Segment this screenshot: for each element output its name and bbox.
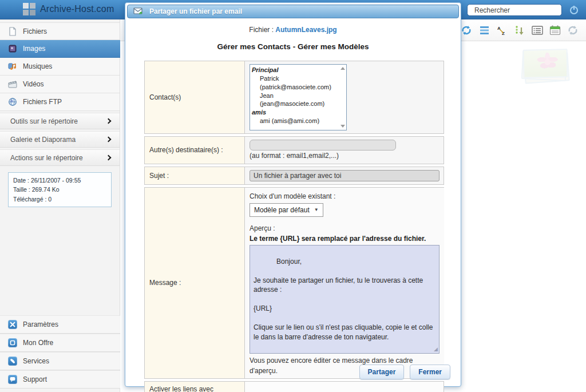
contacts-listbox[interactable]: Principal Patrick (patrick@masociete.com… (250, 64, 347, 130)
expander-actions-repertoire[interactable]: Actions sur le répertoire (0, 149, 120, 166)
sidebar-item-services[interactable]: Services (0, 352, 120, 370)
sidebar-item-label: Fichiers FTP (23, 98, 62, 106)
stats-row: Activer les liens avec statistiques sur … (144, 381, 444, 392)
video-clapper-icon (8, 80, 17, 89)
format-hint: (au format : email1,email2,...) (250, 151, 339, 161)
message-textarea[interactable]: Bonjour, Je souhaite te partager un fich… (250, 245, 440, 354)
sidebar-item-fichiers[interactable]: Fichiers (0, 22, 120, 40)
sidebar-item-support[interactable]: Support (0, 370, 120, 389)
sidebar-item-parametres[interactable]: Paramètres (0, 315, 120, 334)
sidebar-item-label: Support (23, 375, 47, 383)
scroll-down-icon[interactable] (340, 125, 345, 128)
subject-label: Sujet : (145, 167, 245, 184)
sidebar-item-images[interactable]: Images (0, 40, 124, 58)
sidebar-item-fichiers-ftp[interactable]: Fichiers FTP (0, 93, 120, 111)
expander-outils-repertoire[interactable]: Outils sur le répertoire (0, 113, 120, 129)
sidebar-item-videos[interactable]: Vidéos (0, 76, 120, 93)
support-bubble-icon (8, 375, 17, 384)
settings-icon (8, 320, 17, 329)
sidebar-item-label: Services (23, 357, 49, 365)
search-input[interactable] (474, 6, 563, 14)
other-recipients-label: Autre(s) destinataire(s) : (145, 137, 245, 164)
sidebar-bottom-group: Paramètres Mon Offre Services (0, 315, 120, 389)
message-row: Message : Choix d'un modèle existant : M… (144, 187, 444, 379)
info-date: Date : 26/11/2007 - 09:55 (13, 176, 106, 185)
chevron-right-icon (106, 118, 112, 124)
template-choice-label: Choix d'un modèle existant : (250, 191, 440, 201)
sidebar: Fichiers Images Musiques (0, 19, 120, 392)
sidebar-item-label: Vidéos (23, 80, 43, 88)
phone-icon (8, 357, 17, 366)
dialog-footer: Partager Fermer (359, 365, 450, 379)
contact-group[interactable]: amis (252, 108, 337, 117)
expander-label: Outils sur le répertoire (10, 117, 78, 125)
brand-logo-icon (23, 3, 35, 15)
list-view-icon[interactable] (478, 25, 490, 36)
sync-disabled-icon[interactable] (567, 25, 579, 36)
contacts-row: Contact(s) Principal Patrick (patrick@ma… (144, 61, 444, 134)
file-info-box: Date : 26/11/2007 - 09:55 Taille : 269.7… (8, 172, 112, 207)
sidebar-item-musiques[interactable]: Musiques (0, 58, 120, 76)
chevron-right-icon (106, 155, 112, 161)
share-button[interactable]: Partager (359, 365, 405, 379)
other-recipients-input[interactable] (250, 140, 396, 151)
url-note: Le terme {URL} sera remplacé par l'adres… (250, 233, 440, 244)
stats-label: Activer les liens avec statistiques sur … (145, 382, 245, 392)
scroll-up-icon[interactable] (340, 67, 345, 70)
subject-input[interactable] (250, 170, 440, 181)
template-select[interactable]: Modèle par défaut ▼ (250, 203, 323, 217)
expander-label: Galerie et Diaporama (10, 136, 76, 144)
details-view-icon[interactable] (531, 25, 544, 36)
chevron-down-icon: ▼ (314, 207, 319, 213)
brand-name: Archive-Host.com (40, 4, 114, 14)
share-form: Contact(s) Principal Patrick (patrick@ma… (144, 61, 444, 392)
contact-group[interactable]: Principal (252, 66, 337, 74)
globe-icon (8, 97, 17, 106)
template-select-value: Modèle par défaut (254, 205, 310, 215)
manage-contacts-link[interactable]: Gérer mes Contacts (217, 42, 291, 51)
email-share-icon (133, 7, 144, 15)
preview-label: Aperçu : (250, 223, 440, 233)
file-icon (8, 27, 17, 36)
music-icon (8, 62, 17, 71)
message-label: Message : (145, 188, 245, 378)
sort-az-icon[interactable]: A Z (496, 25, 508, 36)
expander-label: Actions sur le répertoire (10, 154, 83, 162)
calendar-icon[interactable] (549, 25, 561, 36)
resize-handle[interactable]: ◢ (434, 346, 438, 353)
move-down-icon[interactable] (513, 25, 526, 36)
photo-stack-watermark (521, 49, 570, 82)
shared-file-link[interactable]: AutumnLeaves.jpg (275, 26, 336, 34)
file-label: Fichier : (249, 26, 274, 34)
offer-icon (8, 338, 17, 347)
sidebar-item-label: Paramètres (23, 320, 58, 328)
sidebar-item-label: Images (23, 45, 45, 53)
expander-galerie-diaporama[interactable]: Galerie et Diaporama (0, 131, 120, 148)
dialog-titlebar[interactable]: Partager un fichier par email (127, 5, 459, 18)
sidebar-item-mon-offre[interactable]: Mon Offre (0, 334, 120, 352)
message-body: Bonjour, Je souhaite te partager un fich… (254, 258, 435, 354)
share-email-dialog: Partager un fichier par email Fichier : … (125, 2, 461, 387)
contact-option[interactable]: Patrick (patrick@masociete.com) (252, 74, 337, 92)
contacts-label: Contact(s) (145, 61, 245, 133)
close-button[interactable]: Fermer (410, 365, 450, 379)
sidebar-item-label: Fichiers (23, 27, 47, 35)
refresh-icon[interactable] (460, 25, 473, 36)
contact-option[interactable]: Jean (jean@masociete.com) (252, 92, 337, 109)
images-icon (8, 44, 17, 53)
app-window: Archive-Host.com Fichiers (0, 0, 586, 392)
subject-row: Sujet : (144, 167, 444, 185)
brand[interactable]: Archive-Host.com (23, 3, 114, 15)
info-size: Taille : 269.74 Ko (13, 185, 106, 194)
info-downloads: Téléchargé : 0 (13, 195, 106, 204)
sidebar-item-label: Musiques (23, 62, 52, 70)
other-recipients-row: Autre(s) destinataire(s) : (au format : … (144, 136, 444, 164)
link-separator: - (291, 42, 298, 51)
sidebar-item-label: Mon Offre (23, 339, 53, 347)
manage-models-link[interactable]: Gérer mes Modèles (298, 42, 369, 51)
search-box[interactable] (467, 4, 562, 16)
contact-option[interactable]: ami (amis@ami.com) (252, 117, 337, 125)
logout-power-icon[interactable] (569, 5, 579, 15)
chevron-right-icon (106, 137, 112, 142)
dialog-title: Partager un fichier par email (149, 7, 242, 15)
